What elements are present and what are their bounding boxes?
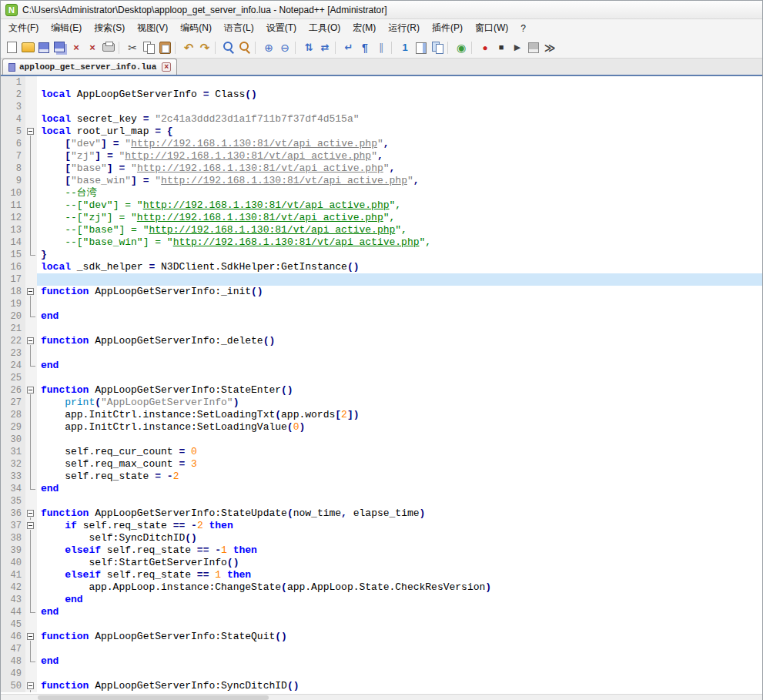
tab-close-icon[interactable]: × — [162, 62, 171, 72]
line-number[interactable]: 6 — [1, 138, 25, 150]
code-text[interactable]: ["base"] = "http://192.168.1.130:81/vt/a… — [37, 162, 762, 175]
new-icon[interactable] — [4, 40, 19, 55]
line-number[interactable]: 10 — [1, 187, 25, 199]
line-number[interactable]: 41 — [1, 569, 25, 581]
code-line[interactable]: 4local secret_key = "2c41a3ddd23d1a1f711… — [1, 113, 762, 126]
code-text[interactable]: local AppLoopGetServerInfo = Class() — [37, 89, 762, 101]
code-text[interactable] — [37, 76, 762, 89]
fold-margin[interactable] — [25, 212, 37, 224]
line-number[interactable]: 7 — [1, 150, 25, 162]
line-number[interactable]: 11 — [1, 199, 25, 212]
line-number[interactable]: 28 — [1, 409, 25, 421]
code-line[interactable]: 49 — [1, 668, 762, 680]
fold-margin[interactable] — [25, 347, 37, 360]
fold-margin[interactable] — [25, 569, 37, 581]
code-text[interactable]: app.InitCtrl.instance:SetLoadingTxt(app.… — [37, 409, 762, 421]
line-number[interactable]: 39 — [1, 544, 25, 557]
line-number[interactable]: 30 — [1, 434, 25, 446]
macro-play-icon[interactable]: ▶ — [510, 40, 525, 55]
fold-margin[interactable] — [25, 520, 37, 532]
save-all-icon[interactable] — [52, 40, 68, 55]
fold-collapse-icon[interactable] — [27, 633, 34, 640]
code-line[interactable]: 45 — [1, 618, 762, 631]
code-line[interactable]: 18function AppLoopGetServerInfo:_init() — [1, 286, 762, 298]
code-text[interactable] — [37, 372, 762, 384]
menu-item[interactable]: 编码(N) — [174, 19, 218, 37]
fold-margin[interactable] — [25, 175, 37, 187]
undo-icon[interactable]: ↶ — [181, 40, 196, 55]
line-number[interactable]: 9 — [1, 175, 25, 187]
code-text[interactable]: end — [37, 360, 762, 372]
fold-margin[interactable] — [25, 360, 37, 372]
code-line[interactable]: 25 — [1, 372, 762, 384]
menu-item[interactable]: 运行(R) — [382, 19, 426, 37]
sync-h-icon[interactable]: ⇄ — [317, 40, 333, 55]
line-number[interactable]: 37 — [1, 520, 25, 532]
code-text[interactable]: --["base_win"] = "http://192.168.1.130:8… — [37, 236, 762, 249]
fold-collapse-icon[interactable] — [27, 128, 34, 135]
code-line[interactable]: 12 --["zj"] = "http://192.168.1.130:81/v… — [1, 212, 762, 224]
save-icon[interactable] — [36, 40, 52, 55]
line-number[interactable]: 8 — [1, 162, 25, 175]
code-text[interactable]: end — [37, 594, 762, 606]
code-line[interactable]: 41 elseif self.req_state == 1 then — [1, 569, 762, 581]
paste-icon[interactable] — [157, 40, 172, 55]
macro-run-icon[interactable]: ≫ — [542, 40, 557, 55]
fold-collapse-icon[interactable] — [27, 288, 34, 295]
fold-margin[interactable] — [25, 384, 37, 397]
fold-margin[interactable] — [25, 581, 37, 594]
line-number[interactable]: 12 — [1, 212, 25, 224]
menu-item[interactable]: 文件(F) — [2, 19, 45, 37]
redo-icon[interactable]: ↷ — [197, 40, 213, 55]
fold-margin[interactable] — [25, 655, 37, 668]
indent-guide-icon[interactable]: ∥ — [373, 40, 389, 55]
line-number[interactable]: 1 — [1, 76, 25, 89]
code-text[interactable]: self.req_max_count = 3 — [37, 458, 762, 471]
code-text[interactable]: function AppLoopGetServerInfo:StateQuit(… — [37, 631, 762, 643]
code-line[interactable]: 50function AppLoopGetServerInfo:SyncDitc… — [1, 680, 762, 692]
copy-icon[interactable] — [141, 40, 156, 55]
code-line[interactable]: 10 --台湾 — [1, 187, 762, 199]
title-bar[interactable]: N C:\Users\Administrator\Desktop\apploop… — [1, 1, 762, 19]
code-text[interactable]: local _sdk_helper = N3DClient.SdkHelper:… — [37, 261, 762, 273]
line-number[interactable]: 4 — [1, 113, 25, 126]
code-line[interactable]: 30 — [1, 434, 762, 446]
fold-margin[interactable] — [25, 631, 37, 643]
fold-margin[interactable] — [25, 557, 37, 569]
line-number[interactable]: 27 — [1, 397, 25, 409]
code-text[interactable]: if self.req_state == -2 then — [37, 520, 762, 532]
line-number[interactable]: 38 — [1, 532, 25, 544]
code-text[interactable]: print("AppLoopGetServerInfo") — [37, 397, 762, 409]
line-number[interactable]: 20 — [1, 310, 25, 323]
code-text[interactable]: end — [37, 483, 762, 495]
code-text[interactable]: app.InitCtrl.instance:SetLoadingValue(0) — [37, 421, 762, 434]
fold-margin[interactable] — [25, 594, 37, 606]
code-line[interactable]: 5local root_url_map = { — [1, 126, 762, 138]
fold-margin[interactable] — [25, 446, 37, 458]
code-text[interactable]: ["dev"] = "http://192.168.1.130:81/vt/ap… — [37, 138, 762, 150]
code-text[interactable]: --台湾 — [37, 187, 762, 199]
macro-stop-icon[interactable]: ■ — [494, 40, 509, 55]
scrollbar-thumb[interactable] — [38, 695, 269, 700]
code-line[interactable]: 17 — [1, 273, 762, 286]
find-icon[interactable] — [221, 40, 236, 55]
line-number[interactable]: 22 — [1, 335, 25, 347]
code-line[interactable]: 2local AppLoopGetServerInfo = Class() — [1, 89, 762, 101]
code-line[interactable]: 46function AppLoopGetServerInfo:StateQui… — [1, 631, 762, 643]
fold-margin[interactable] — [25, 643, 37, 655]
function-list-icon[interactable]: 1 — [397, 40, 413, 55]
code-line[interactable]: 39 elseif self.req_state == -1 then — [1, 544, 762, 557]
close-icon[interactable]: × — [69, 40, 84, 55]
code-line[interactable]: 28 app.InitCtrl.instance:SetLoadingTxt(a… — [1, 409, 762, 421]
code-text[interactable] — [37, 101, 762, 113]
line-number[interactable]: 45 — [1, 618, 25, 631]
code-text[interactable]: self.req_state = -2 — [37, 471, 762, 483]
code-text[interactable]: app.AppLoop.instance:ChangeState(app.App… — [37, 581, 762, 594]
zoom-out-icon[interactable]: ⊖ — [277, 40, 293, 55]
zoom-in-icon[interactable]: ⊕ — [261, 40, 276, 55]
code-line[interactable]: 3 — [1, 101, 762, 113]
menu-item[interactable]: 视图(V) — [131, 19, 174, 37]
code-text[interactable]: --["base"] = "http://192.168.1.130:81/vt… — [37, 224, 762, 236]
menu-item[interactable]: 插件(P) — [426, 19, 469, 37]
code-text[interactable] — [37, 643, 762, 655]
